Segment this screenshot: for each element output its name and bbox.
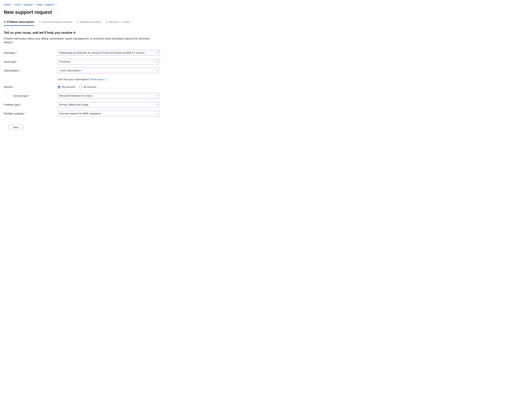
chevron-right-icon: [56, 3, 57, 6]
required-indicator: *: [29, 94, 30, 98]
problem-type-select[interactable]: Pricing, Billing and Usage: [58, 102, 160, 107]
info-icon[interactable]: i: [105, 78, 107, 81]
service-radio-group: My services All services: [58, 85, 160, 89]
page-title: New support request: [4, 9, 52, 16]
required-indicator: *: [20, 103, 21, 107]
required-indicator: *: [16, 51, 17, 55]
breadcrumb-link-help-support-1[interactable]: Help + support: [15, 3, 33, 6]
chevron-right-icon: [34, 3, 35, 6]
page-title-row: New support request ···: [4, 9, 502, 16]
summary-input[interactable]: Requesting for Defender for servers P2 d…: [58, 50, 160, 56]
radio-my-services-label: My services: [62, 85, 75, 89]
problem-subtype-label: Problem subtype*: [4, 112, 58, 116]
more-actions-button[interactable]: ···: [55, 10, 60, 14]
required-indicator: *: [25, 112, 26, 116]
summary-label: Summary*: [4, 51, 58, 55]
tree-connector-icon: [5, 90, 11, 96]
required-indicator: *: [17, 60, 18, 64]
tab-recommended-solution[interactable]: 2. Recommended solution: [39, 20, 72, 26]
tab-problem-description[interactable]: 1. Problem description: [4, 20, 34, 26]
show-more-link[interactable]: Show more: [90, 78, 103, 81]
wizard-footer: Next: [0, 122, 506, 133]
issue-type-label: Issue type*: [4, 60, 58, 64]
chevron-right-icon: [12, 3, 13, 6]
problem-subtype-select[interactable]: Discount request for MDE integration: [58, 111, 160, 116]
required-indicator: *: [19, 69, 20, 72]
problem-type-label: Problem type*: [4, 103, 58, 107]
tab-additional-details[interactable]: 3. Additional details: [77, 20, 101, 26]
section-description: Provide information about your billing, …: [4, 37, 156, 44]
issue-type-select[interactable]: Technical: [58, 59, 160, 64]
tab-review-create[interactable]: 4. Review + create: [106, 20, 129, 26]
breadcrumb-link-home[interactable]: Home: [4, 3, 11, 6]
wizard-tabs: 1. Problem description 2. Recommended so…: [4, 20, 502, 26]
radio-unchecked-icon: [79, 85, 82, 88]
radio-all-services[interactable]: All services: [79, 85, 96, 89]
radio-all-services-label: All services: [83, 85, 96, 89]
breadcrumb: Home Help + support Help + support: [4, 3, 502, 6]
breadcrumb-link-help-support-2[interactable]: Help + support: [37, 3, 54, 6]
subscription-helper: Can't find your subscription? Show more …: [58, 78, 160, 81]
service-type-label: Service type*: [4, 94, 58, 98]
subscription-label: Subscription*: [4, 69, 58, 72]
radio-checked-icon: [58, 85, 60, 88]
next-button[interactable]: Next: [8, 125, 23, 130]
radio-my-services[interactable]: My services: [58, 85, 75, 89]
subscription-select[interactable]: <Your subscription>: [58, 68, 160, 73]
support-form: Summary* Requesting for Defender for ser…: [4, 50, 502, 116]
section-title: Tell us your issue, and we'll help you r…: [4, 30, 502, 35]
service-type-select[interactable]: Microsoft Defender for Cloud: [58, 93, 160, 98]
service-label: Service: [4, 85, 58, 89]
